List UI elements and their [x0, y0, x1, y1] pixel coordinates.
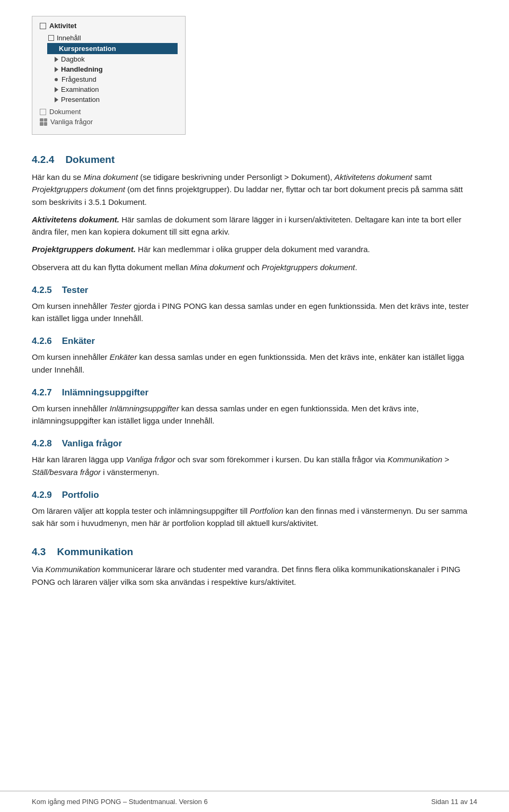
- nav-item-handledning[interactable]: Handledning: [55, 64, 178, 74]
- section-424-title: Dokument: [65, 154, 115, 165]
- nav-dokument-icon: [40, 109, 46, 115]
- nav-kurspresentation-label: Kurspresentation: [59, 45, 116, 53]
- section-429-number: 4.2.9: [32, 490, 52, 500]
- section-43-p1: Via Kommunikation kommunicerar lärare oc…: [32, 563, 477, 588]
- nav-vanliga-icon: [40, 118, 47, 126]
- nav-examination-label: Examination: [61, 85, 99, 93]
- section-43-heading: 4.3 Kommunikation: [32, 546, 477, 558]
- section-427-p1: Om kursen innehåller Inlämningsuppgifter…: [32, 402, 477, 427]
- nav-fragestund-label: Frågestund: [62, 75, 96, 83]
- footer: Kom igång med PING PONG – Studentmanual.…: [0, 791, 509, 812]
- section-424-p4: Observera att du kan flytta dokument mel…: [32, 261, 477, 273]
- nav-kurspresentation-icon: [50, 46, 56, 51]
- section-429-heading: 4.2.9 Portfolio: [32, 490, 477, 500]
- section-426-number: 4.2.6: [32, 336, 52, 346]
- nav-item-innehall[interactable]: Innehåll: [48, 33, 178, 43]
- page-content: Aktivitet Innehåll Kurspresentation Dagb…: [0, 0, 509, 636]
- section-429-p1: Om läraren väljer att koppla tester och …: [32, 505, 477, 530]
- section-43-title: Kommunikation: [57, 546, 134, 557]
- section-426-heading: 4.2.6 Enkäter: [32, 336, 477, 347]
- nav-item-kurspresentation[interactable]: Kurspresentation: [47, 43, 178, 54]
- nav-dokument-row[interactable]: Dokument: [40, 108, 178, 116]
- nav-item-presentation[interactable]: Presentation: [55, 94, 178, 105]
- section-428-number: 4.2.8: [32, 438, 52, 448]
- nav-presentation-label: Presentation: [61, 96, 100, 103]
- nav-handledning-arrow: [55, 67, 58, 72]
- nav-item-dagbok[interactable]: Dagbok: [55, 54, 178, 64]
- section-424-number: 4.2.4: [32, 154, 54, 165]
- section-424-p2: Aktivitetens dokument. Här samlas de dok…: [32, 213, 477, 238]
- section-429-title: Portfolio: [62, 490, 99, 500]
- nav-vanliga-label: Vanliga frågor: [50, 118, 93, 126]
- section-43-number: 4.3: [32, 546, 46, 557]
- section-428-p1: Här kan läraren lägga upp Vanliga frågor…: [32, 453, 477, 478]
- nav-examination-arrow: [55, 87, 58, 92]
- section-427-number: 4.2.7: [32, 387, 52, 398]
- section-426-title: Enkäter: [62, 336, 95, 346]
- section-424-p1: Här kan du se Mina dokument (se tidigare…: [32, 171, 477, 208]
- section-424-p3: Projektgruppers dokument. Här kan medlem…: [32, 243, 477, 255]
- footer-right: Sidan 11 av 14: [431, 798, 477, 806]
- nav-innehall-icon: [48, 35, 54, 41]
- nav-fragestund-bullet: [55, 78, 58, 81]
- nav-presentation-arrow: [55, 97, 58, 102]
- section-427-heading: 4.2.7 Inlämningsuppgifter: [32, 387, 477, 398]
- nav-innehall-label: Innehåll: [57, 34, 81, 42]
- nav-dagbok-label: Dagbok: [61, 55, 85, 63]
- nav-group-icon: [40, 23, 46, 29]
- nav-dokument-label: Dokument: [49, 108, 81, 116]
- section-427-title: Inlämningsuppgifter: [62, 387, 148, 398]
- section-425-heading: 4.2.5 Tester: [32, 285, 477, 296]
- section-428-title: Vanliga frågor: [62, 438, 122, 448]
- nav-item-examination[interactable]: Examination: [55, 84, 178, 94]
- nav-dagbok-arrow: [55, 57, 58, 62]
- nav-group-title: Aktivitet: [40, 22, 178, 30]
- nav-sub-list: Innehåll Kurspresentation Dagbok Handled…: [48, 33, 178, 105]
- section-425-title: Tester: [62, 285, 89, 295]
- nav-group-label: Aktivitet: [49, 22, 76, 30]
- nav-vanliga-row[interactable]: Vanliga frågor: [40, 118, 178, 126]
- section-425-number: 4.2.5: [32, 285, 52, 295]
- nav-handledning-label: Handledning: [61, 65, 103, 73]
- section-424-heading: 4.2.4 Dokument: [32, 154, 477, 166]
- section-425-p1: Om kursen innehåller Tester gjorda i PIN…: [32, 300, 477, 325]
- footer-left: Kom igång med PING PONG – Studentmanual.…: [32, 798, 208, 806]
- nav-item-fragestund[interactable]: Frågestund: [55, 74, 178, 84]
- section-426-p1: Om kursen innehåller Enkäter kan dessa s…: [32, 351, 477, 376]
- section-428-heading: 4.2.8 Vanliga frågor: [32, 438, 477, 449]
- nav-image-box: Aktivitet Innehåll Kurspresentation Dagb…: [32, 16, 186, 135]
